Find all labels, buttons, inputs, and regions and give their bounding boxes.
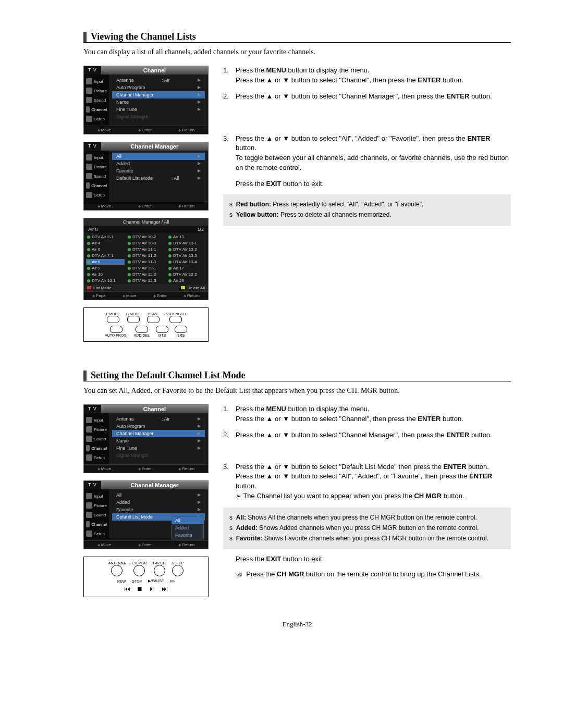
channel-item: Air 28 <box>167 278 206 283</box>
intro-text: You can display a list of all channels, … <box>83 48 511 56</box>
channel-item: DTV Air 13-3 <box>167 253 206 258</box>
channel-item: DTV Air 12-3 <box>127 278 165 283</box>
sound-icon <box>86 97 92 103</box>
remote-icon: 🖭 <box>236 570 244 578</box>
dropdown: All Added Favorite <box>172 516 204 539</box>
channel-item: DTV Air 13-1 <box>167 240 206 246</box>
channel-icon <box>86 106 90 113</box>
channel-item: DTV Air 11-1 <box>127 246 165 252</box>
picture-icon <box>86 502 92 509</box>
input-icon <box>86 493 92 499</box>
note-box: s All: Shows All the channels when you p… <box>223 508 511 549</box>
input-icon <box>86 154 92 161</box>
osd-channel-manager-menu: T V Channel Manager Input Picture Sound … <box>83 142 209 211</box>
osd-sidebar: Input Picture Sound Channel Setup <box>84 75 109 126</box>
section-header: Setting the Default Channel List Mode <box>83 370 511 381</box>
page-number: English-32 <box>83 620 511 628</box>
accent-bar <box>83 32 87 42</box>
picture-icon <box>86 88 92 94</box>
channel-item: Air 9 <box>86 265 125 271</box>
channel-item: DTV Air 10-3 <box>127 240 165 246</box>
setup-icon <box>86 116 92 122</box>
setup-icon <box>86 454 92 461</box>
channel-item: Air 8 <box>86 259 125 265</box>
picture-icon <box>86 164 92 170</box>
channel-icon <box>86 182 90 189</box>
sound-icon <box>86 436 92 442</box>
channel-item: DTV Air 12-2 <box>127 272 165 277</box>
channel-icon <box>86 521 90 527</box>
remote-icon-note: 🖭 Press the CH MGR button on the remote … <box>236 570 511 579</box>
osd-channel-manager-dropdown: T V Channel Manager Input Picture Sound … <box>83 480 209 549</box>
step-number: 1. <box>223 66 236 85</box>
input-icon <box>86 78 92 84</box>
section-header: Viewing the Channel Lists <box>83 31 511 43</box>
channel-item: Air 13 <box>167 234 206 240</box>
channel-item: DTV Air 11-2 <box>127 253 165 258</box>
channel-item: Air 17 <box>167 265 206 271</box>
section-title: Viewing the Channel Lists <box>91 31 196 42</box>
tv-tab: T V <box>84 66 101 75</box>
channel-item: DTV Air 2-1 <box>86 234 125 240</box>
channel-item: DTV Air 12-1 <box>127 265 165 271</box>
channel-icon <box>86 445 90 451</box>
channel-item: Air 6 <box>86 246 125 252</box>
osd-channel-menu-2: T V Channel Input Picture Sound Channel … <box>83 404 209 473</box>
channel-item: DTV Air 10-2 <box>127 234 165 240</box>
remote-diagram-2: ANTENNA CH MGR FAV.CH SLEEP REW STOP ▶/P… <box>83 557 209 597</box>
remote-diagram-1: P.MODE S.MODE P.SIZE STRENGTH AUTO PROG.… <box>83 307 209 342</box>
osd-channel-list-grid: Channel Manager / All Air 8 1/2 DTV Air … <box>83 218 209 300</box>
osd-title: Channel <box>101 66 208 75</box>
input-icon <box>86 417 92 423</box>
note-box: s Red button: Press repeatedly to select… <box>223 194 511 226</box>
setup-icon <box>86 530 92 537</box>
step-body: Press the MENU button to display the men… <box>236 66 511 85</box>
channel-item: DTV Air 13-4 <box>167 259 206 265</box>
channel-item: DTV Air 10-1 <box>86 278 125 283</box>
sound-icon <box>86 512 92 518</box>
channel-item: Air 4 <box>86 240 125 246</box>
channel-item: DTV Air 7-1 <box>86 253 125 258</box>
channel-item: DTV Air 11-3 <box>127 259 165 265</box>
sound-icon <box>86 173 92 179</box>
channel-item: Air 10 <box>86 272 125 277</box>
picture-icon <box>86 426 92 433</box>
setup-icon <box>86 192 92 198</box>
osd-channel-menu: T V Channel Input Picture Sound Channel … <box>83 66 209 134</box>
channel-item: DTV Air 13-2 <box>167 246 206 252</box>
channel-item: DTV Air 12-2 <box>167 272 206 277</box>
